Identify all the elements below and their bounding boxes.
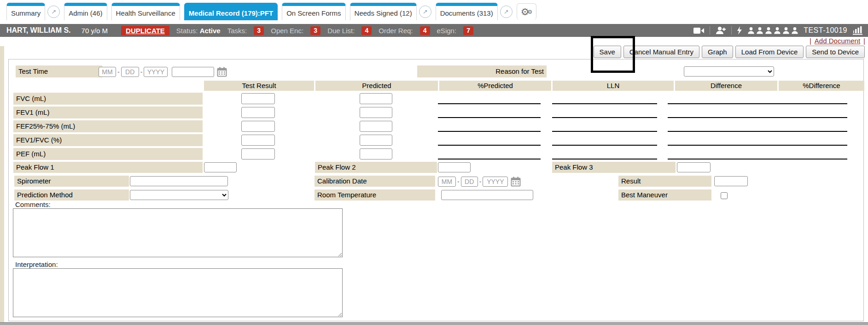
pef-test-result-input[interactable] xyxy=(241,148,275,160)
needs-signed-popout-button[interactable]: ↗ xyxy=(419,6,431,18)
test-time-month-input[interactable] xyxy=(99,67,116,77)
calibration-month-input[interactable] xyxy=(438,177,456,187)
fef-percent-predicted-blank xyxy=(438,131,541,132)
prediction-method-select[interactable] xyxy=(130,190,228,200)
comments-label: Comments: xyxy=(15,201,51,208)
test-time-day-input[interactable] xyxy=(121,67,139,77)
fev1-fvc-lln-blank xyxy=(552,145,657,146)
calibration-year-input[interactable] xyxy=(483,177,508,187)
divider xyxy=(731,26,732,35)
person-icon xyxy=(756,27,763,34)
due-list-label: Due List: xyxy=(327,27,355,35)
fef-difference-blank xyxy=(668,131,781,132)
fvc-percent-predicted-blank xyxy=(438,103,541,104)
calendar-icon[interactable] xyxy=(216,66,228,77)
fev1-test-result-input[interactable] xyxy=(241,107,275,118)
fev1-fvc-difference-blank xyxy=(668,145,781,146)
left-margin-strip xyxy=(0,46,4,325)
row-label-pef: PEF (mL) xyxy=(13,148,203,160)
tab-bar: Summary ↗ Admin (46) Health Surveillance… xyxy=(6,3,541,20)
video-camera-icon[interactable] xyxy=(693,27,705,34)
column-header-predicted: Predicted xyxy=(315,81,438,91)
patient-banner-right: TEST-10019 xyxy=(693,26,868,35)
row-label-fev1: FEV1 (mL) xyxy=(13,106,203,118)
pef-predicted-input[interactable] xyxy=(360,148,392,160)
fef-percent-difference-blank xyxy=(778,131,847,132)
add-person-icon[interactable] xyxy=(715,26,726,35)
fev1-percent-predicted-blank xyxy=(438,117,541,118)
status-group: Status: Active xyxy=(176,27,221,35)
date-dash: - xyxy=(140,68,143,76)
tab-summary[interactable]: Summary xyxy=(6,3,45,20)
column-header-percent-difference: %Difference xyxy=(779,81,864,91)
row-label-fvc: FVC (mL) xyxy=(13,93,203,105)
fvc-lln-blank xyxy=(552,103,657,104)
reason-for-test-select[interactable] xyxy=(684,66,774,77)
calibration-day-input[interactable] xyxy=(461,177,478,187)
date-dash: - xyxy=(479,178,482,185)
peak-flow-2-input[interactable] xyxy=(438,162,471,172)
duplicate-badge[interactable]: DUPLICATE xyxy=(121,26,169,35)
test-time-time-input[interactable] xyxy=(172,67,214,77)
tab-admin[interactable]: Admin (46) xyxy=(64,3,107,20)
patient-banner-left: HART, WILLIAM S. 70 y/o M DUPLICATE Stat… xyxy=(0,26,473,35)
fvc-test-result-input[interactable] xyxy=(241,93,275,104)
documents-popout-button[interactable]: ↗ xyxy=(500,6,513,18)
tab-needs-signed[interactable]: Needs Signed (12) xyxy=(350,3,417,20)
tab-medical-record[interactable]: Medical Record (179):PFT xyxy=(184,3,278,20)
pef-difference-blank xyxy=(668,159,781,160)
test-time-inputs: - - xyxy=(99,66,228,77)
send-to-device-button[interactable]: Send to Device xyxy=(806,46,865,58)
due-list-count-badge[interactable]: 4 xyxy=(361,26,372,35)
tab-on-screen-forms[interactable]: On Screen Forms xyxy=(282,3,345,20)
care-team-icons[interactable] xyxy=(747,27,798,34)
pft-form-panel: Test Time - - Reason for Test Test Resul… xyxy=(8,59,864,321)
summary-popout-button[interactable]: ↗ xyxy=(47,6,60,18)
fev1-difference-blank xyxy=(668,117,781,118)
tab-settings[interactable]: ⚙⚙ xyxy=(517,3,537,20)
fef-test-result-input[interactable] xyxy=(241,121,275,132)
best-maneuver-checkbox[interactable] xyxy=(721,192,728,199)
tab-documents[interactable]: Documents (313) xyxy=(436,3,498,20)
status-value: Active xyxy=(200,27,221,35)
calendar-icon[interactable] xyxy=(510,176,522,187)
room-temperature-input[interactable] xyxy=(441,190,533,200)
person-icon xyxy=(765,27,772,34)
peak-flow-1-input[interactable] xyxy=(204,162,237,172)
fev1-predicted-input[interactable] xyxy=(360,107,392,118)
graph-button[interactable]: Graph xyxy=(702,46,733,58)
load-from-device-button[interactable]: Load From Device xyxy=(735,46,804,58)
lightning-icon[interactable] xyxy=(737,26,742,35)
bottom-scroll-strip xyxy=(0,322,868,325)
pef-lln-blank xyxy=(552,159,657,160)
prediction-method-label: Prediction Method xyxy=(14,189,129,201)
tab-health-surveillance[interactable]: Health Surveillance xyxy=(111,3,180,20)
interpretation-textarea[interactable] xyxy=(13,268,343,317)
person-icon xyxy=(791,27,798,34)
column-header-difference: Difference xyxy=(675,81,777,91)
esign-count-badge[interactable]: 7 xyxy=(463,26,473,35)
add-document-row: | Add Document | xyxy=(810,37,865,45)
comments-textarea[interactable] xyxy=(13,208,343,257)
bar-chart-icon[interactable] xyxy=(852,26,863,35)
divider xyxy=(710,26,710,35)
test-time-year-input[interactable] xyxy=(144,67,168,77)
add-document-link[interactable]: Add Document xyxy=(815,37,860,45)
fvc-predicted-input[interactable] xyxy=(360,93,392,104)
result-input[interactable] xyxy=(714,176,748,186)
save-button[interactable]: Save xyxy=(594,46,621,58)
action-button-row: Save Cancel Manual Entry Graph Load From… xyxy=(594,46,865,58)
fev1-fvc-test-result-input[interactable] xyxy=(241,135,275,146)
person-icon xyxy=(774,27,781,34)
tab-label: Medical Record (179):PFT xyxy=(189,9,273,17)
open-enc-count-badge[interactable]: 3 xyxy=(310,26,320,35)
date-dash: - xyxy=(457,178,460,185)
order-req-count-badge[interactable]: 4 xyxy=(420,26,430,35)
peak-flow-3-input[interactable] xyxy=(677,162,711,172)
cancel-manual-entry-button[interactable]: Cancel Manual Entry xyxy=(623,46,699,58)
fef-predicted-input[interactable] xyxy=(360,121,392,132)
spirometer-input[interactable] xyxy=(130,176,228,186)
tab-label: Health Surveillance xyxy=(116,9,175,17)
tasks-count-badge[interactable]: 3 xyxy=(254,26,264,35)
fev1-fvc-predicted-input[interactable] xyxy=(360,135,392,146)
